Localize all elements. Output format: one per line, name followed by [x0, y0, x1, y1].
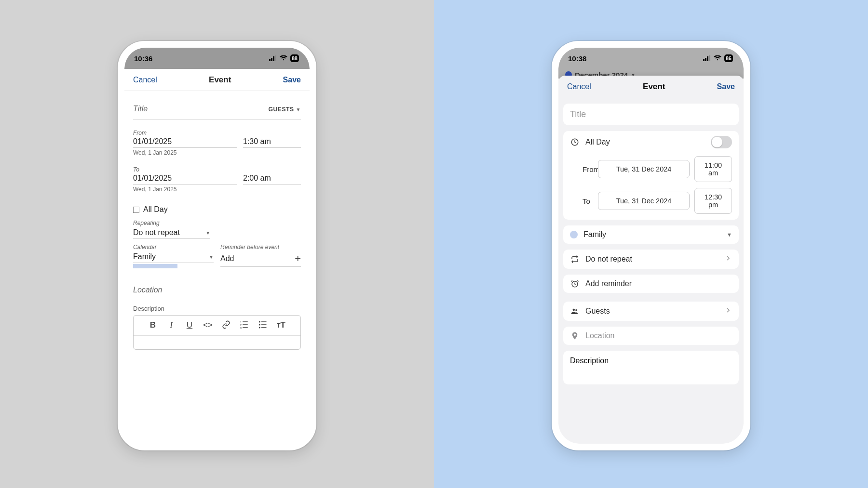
to-day-label: Wed, 1 Jan 2025: [133, 186, 237, 193]
code-icon[interactable]: <>: [203, 320, 213, 331]
svg-text:1: 1: [240, 321, 242, 324]
battery-indicator: 88: [290, 54, 299, 62]
svg-rect-7: [243, 324, 248, 325]
sheet-header: Cancel Event Save: [558, 76, 744, 98]
svg-rect-9: [243, 327, 248, 328]
cancel-button[interactable]: Cancel: [133, 76, 157, 84]
caret-down-icon: ▼: [727, 232, 732, 237]
to-time-picker[interactable]: 12:30 pm: [694, 188, 732, 214]
italic-icon[interactable]: I: [166, 320, 176, 331]
status-time: 10:36: [134, 54, 152, 63]
from-date-input[interactable]: 01/01/2025: [133, 136, 237, 148]
all-day-label: All Day: [585, 138, 705, 146]
reminder-label: Reminder before event: [220, 244, 301, 251]
svg-rect-0: [269, 59, 271, 61]
ordered-list-icon[interactable]: 123: [239, 320, 250, 331]
wifi-icon: [714, 54, 721, 63]
all-day-checkbox-row[interactable]: All Day: [133, 205, 301, 214]
status-time: 10:38: [568, 54, 586, 63]
caret-down-icon: ▼: [205, 230, 210, 236]
svg-point-22: [573, 309, 575, 311]
sheet-header: Cancel Event Save: [124, 69, 310, 91]
from-label: From: [133, 130, 147, 136]
save-button[interactable]: Save: [717, 82, 735, 91]
calendar-dot-icon: [570, 231, 578, 238]
from-time-picker[interactable]: 11:00 am: [694, 156, 732, 182]
to-date-picker[interactable]: Tue, 31 Dec 2024: [598, 192, 690, 210]
repeat-row[interactable]: Do not repeat: [563, 250, 739, 269]
bullet-list-icon[interactable]: [258, 320, 268, 331]
svg-rect-5: [243, 321, 248, 322]
svg-rect-19: [709, 55, 710, 61]
svg-point-12: [259, 324, 260, 326]
reminder-add-button[interactable]: Add +: [220, 251, 301, 267]
phone-mockup-left: 10:36 88 Cancel Event Save: [118, 41, 316, 450]
repeating-label: Repeating: [133, 220, 210, 226]
caret-down-icon: ▼: [209, 254, 214, 260]
svg-text:2: 2: [240, 324, 242, 327]
sheet-title: Event: [643, 82, 665, 92]
cancel-button[interactable]: Cancel: [567, 82, 591, 91]
svg-rect-16: [703, 59, 705, 61]
calendar-select-row[interactable]: Family ▼: [563, 225, 739, 244]
title-input[interactable]: Title: [570, 109, 732, 119]
chevron-right-icon: [724, 254, 732, 264]
to-label: To: [570, 197, 593, 205]
from-label: From: [570, 165, 593, 173]
underline-icon[interactable]: U: [184, 320, 195, 331]
alarm-icon: [570, 279, 580, 288]
link-icon[interactable]: [221, 320, 231, 331]
repeat-icon: [570, 255, 580, 264]
caret-down-icon: ▼: [296, 107, 301, 112]
guests-row[interactable]: Guests: [563, 302, 739, 321]
repeating-select[interactable]: Do not repeat ▼: [133, 227, 210, 239]
calendar-select[interactable]: Family ▼: [133, 251, 214, 263]
all-day-toggle[interactable]: [711, 136, 732, 148]
description-editor[interactable]: B I U <> 123 TT: [133, 315, 301, 350]
phone-mockup-right: 10:38 86 December 2024 ▼ Can: [552, 41, 750, 450]
svg-rect-11: [261, 321, 267, 322]
status-bar: 10:36 88: [124, 48, 310, 69]
checkbox-icon: [133, 207, 139, 213]
svg-rect-15: [261, 327, 267, 328]
calendar-color-chip: [133, 264, 177, 268]
pin-icon: [570, 331, 580, 340]
comparison-panel-before: 10:36 88 Cancel Event Save: [0, 0, 434, 488]
signal-icon: [703, 54, 711, 63]
text-size-icon[interactable]: TT: [276, 320, 286, 331]
location-input[interactable]: Location: [133, 282, 301, 297]
event-edit-sheet: Cancel Event Save Title GUESTS ▼ From: [124, 69, 310, 444]
to-date-input[interactable]: 01/01/2025: [133, 173, 237, 185]
datetime-card: All Day From Tue, 31 Dec 2024 11:00 am T…: [563, 131, 739, 220]
all-day-label: All Day: [143, 205, 168, 214]
location-row[interactable]: Location: [563, 327, 739, 345]
reminder-row[interactable]: Add reminder: [563, 275, 739, 293]
to-label: To: [133, 166, 139, 173]
svg-rect-1: [271, 58, 272, 61]
title-input[interactable]: Title: [133, 101, 269, 117]
svg-rect-13: [261, 324, 267, 325]
svg-rect-3: [275, 55, 276, 61]
comparison-panel-after: 10:38 86 December 2024 ▼ Can: [434, 0, 868, 488]
bold-icon[interactable]: B: [148, 320, 158, 331]
save-button[interactable]: Save: [283, 76, 301, 84]
from-date-picker[interactable]: Tue, 31 Dec 2024: [598, 160, 690, 178]
description-label: Description: [133, 305, 301, 312]
guests-dropdown-button[interactable]: GUESTS ▼: [269, 106, 301, 113]
clock-icon: [570, 138, 580, 146]
chevron-right-icon: [724, 306, 732, 316]
signal-icon: [269, 54, 277, 63]
battery-indicator: 86: [724, 54, 733, 62]
all-day-row: All Day: [563, 131, 739, 153]
from-day-label: Wed, 1 Jan 2025: [133, 149, 237, 156]
to-time-input[interactable]: 2:00 am: [243, 173, 301, 185]
svg-rect-18: [707, 56, 708, 61]
from-time-input[interactable]: 1:30 am: [243, 136, 301, 148]
plus-icon: +: [295, 252, 301, 265]
svg-rect-17: [705, 58, 706, 61]
description-card[interactable]: Description: [563, 351, 739, 384]
rte-toolbar: B I U <> 123 TT: [134, 316, 300, 336]
people-icon: [570, 307, 580, 316]
wifi-icon: [280, 54, 287, 63]
sheet-title: Event: [209, 75, 231, 85]
